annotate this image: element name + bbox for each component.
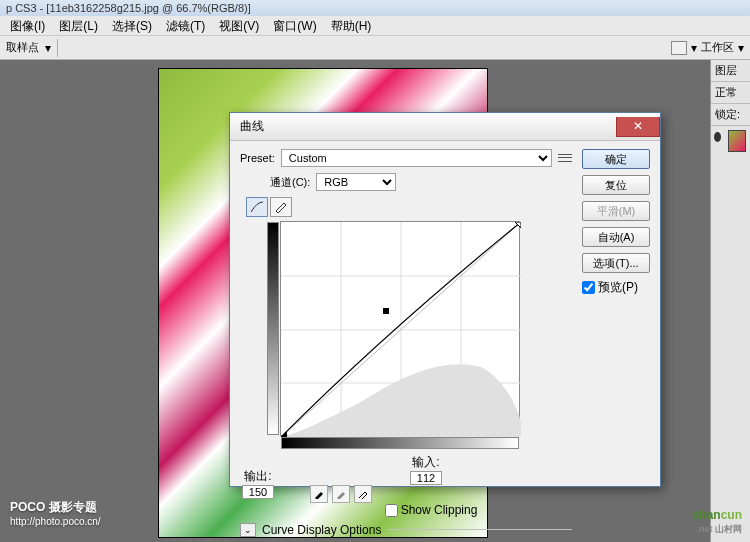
preset-label: Preset: bbox=[240, 152, 275, 164]
options-button[interactable]: 选项(T)... bbox=[582, 253, 650, 273]
layer-thumbnail[interactable] bbox=[728, 130, 746, 152]
lock-label: 锁定: bbox=[711, 104, 750, 126]
curve-pencil-tool[interactable] bbox=[270, 197, 292, 217]
display-options-label: Curve Display Options bbox=[262, 523, 381, 537]
channel-select[interactable]: RGB bbox=[316, 173, 396, 191]
sample-label: 取样点 bbox=[6, 40, 39, 55]
input-gradient bbox=[281, 437, 519, 449]
curve-graph[interactable] bbox=[280, 221, 520, 436]
input-field[interactable] bbox=[410, 471, 442, 485]
curve-icon bbox=[250, 201, 264, 213]
show-clipping-label: Show Clipping bbox=[401, 503, 478, 517]
curve-point-tool[interactable] bbox=[246, 197, 268, 217]
dropdown-icon[interactable]: ▾ bbox=[691, 41, 697, 55]
black-eyedropper[interactable] bbox=[310, 485, 328, 503]
preview-checkbox[interactable] bbox=[582, 281, 595, 294]
separator bbox=[57, 39, 58, 57]
separator bbox=[387, 529, 572, 530]
dropdown-icon[interactable]: ▾ bbox=[738, 41, 744, 55]
close-button[interactable]: ✕ bbox=[616, 117, 660, 137]
auto-button[interactable]: 自动(A) bbox=[582, 227, 650, 247]
curve-svg bbox=[281, 222, 521, 437]
menubar: 图像(I) 图层(L) 选择(S) 滤镜(T) 视图(V) 窗口(W) 帮助(H… bbox=[0, 16, 750, 36]
output-field[interactable] bbox=[242, 485, 274, 499]
menu-select[interactable]: 选择(S) bbox=[106, 16, 158, 35]
dialog-title: 曲线 bbox=[240, 118, 616, 135]
cancel-button[interactable]: 复位 bbox=[582, 175, 650, 195]
options-bar: 取样点 ▾ ▾ 工作区 ▾ bbox=[0, 36, 750, 60]
workspace-label[interactable]: 工作区 bbox=[701, 40, 734, 55]
smooth-button: 平滑(M) bbox=[582, 201, 650, 221]
dropdown-icon[interactable]: ▾ bbox=[45, 41, 51, 55]
control-point bbox=[383, 308, 389, 314]
layers-panel: 图层 正常 锁定: bbox=[710, 60, 750, 542]
visibility-icon[interactable] bbox=[714, 132, 721, 142]
dialog-titlebar[interactable]: 曲线 ✕ bbox=[230, 113, 660, 141]
menu-help[interactable]: 帮助(H) bbox=[325, 16, 378, 35]
expand-options-button[interactable]: ⌄ bbox=[240, 523, 256, 537]
ok-button[interactable]: 确定 bbox=[582, 149, 650, 169]
gray-eyedropper[interactable] bbox=[332, 485, 350, 503]
preset-menu-icon[interactable] bbox=[558, 152, 572, 164]
panel-tab-layers[interactable]: 图层 bbox=[711, 60, 750, 82]
menu-layer[interactable]: 图层(L) bbox=[53, 16, 104, 35]
menu-window[interactable]: 窗口(W) bbox=[267, 16, 322, 35]
channel-label: 通道(C): bbox=[270, 175, 310, 190]
window-titlebar: p CS3 - [11eb3162258g215.jpg @ 66.7%(RGB… bbox=[0, 0, 750, 16]
blend-mode[interactable]: 正常 bbox=[711, 82, 750, 104]
screen-mode-icon[interactable] bbox=[671, 41, 687, 55]
black-point bbox=[281, 431, 287, 437]
white-eyedropper[interactable] bbox=[354, 485, 372, 503]
menu-image[interactable]: 图像(I) bbox=[4, 16, 51, 35]
preset-select[interactable]: Custom bbox=[281, 149, 552, 167]
show-clipping-checkbox[interactable] bbox=[385, 504, 398, 517]
output-label: 输出: bbox=[244, 468, 271, 485]
curves-dialog: 曲线 ✕ Preset: Custom 通道(C): RGB bbox=[229, 112, 661, 487]
menu-view[interactable]: 视图(V) bbox=[213, 16, 265, 35]
input-label: 输入: bbox=[412, 455, 439, 469]
output-gradient bbox=[267, 222, 279, 435]
pencil-icon bbox=[274, 201, 288, 213]
watermark: POCO 摄影专题 http://photo.poco.cn/ bbox=[10, 495, 101, 527]
preview-label: 预览(P) bbox=[598, 279, 638, 296]
footer-brand: shancun .net 山村网 bbox=[693, 505, 742, 536]
menu-filter[interactable]: 滤镜(T) bbox=[160, 16, 211, 35]
